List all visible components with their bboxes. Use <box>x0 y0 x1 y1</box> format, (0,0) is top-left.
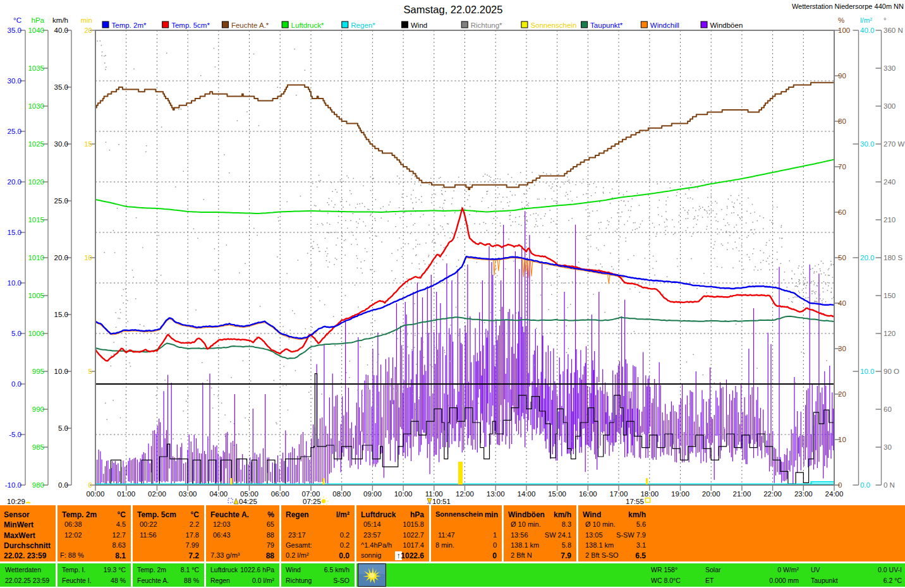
svg-text:10.0: 10.0 <box>54 368 68 375</box>
svg-text:Sonnenschein: Sonnenschein <box>530 21 576 29</box>
svg-text:980: 980 <box>32 481 44 489</box>
svg-text:17:00: 17:00 <box>610 490 628 498</box>
svg-text:70: 70 <box>838 163 846 171</box>
svg-text:11:00: 11:00 <box>425 490 443 498</box>
svg-text:35.0: 35.0 <box>8 27 21 34</box>
svg-text:hPa: hPa <box>32 16 45 24</box>
svg-text:16:00: 16:00 <box>579 490 597 498</box>
svg-text:20: 20 <box>84 27 92 34</box>
svg-text:10:29: 10:29 <box>7 498 25 505</box>
svg-text:10: 10 <box>84 254 92 261</box>
svg-text:35.0: 35.0 <box>54 83 68 91</box>
svg-text:10.0: 10.0 <box>8 279 21 287</box>
svg-text:5.0: 5.0 <box>58 424 68 432</box>
svg-text:210: 210 <box>884 216 896 224</box>
svg-text:Luftdruck*: Luftdruck* <box>291 21 324 29</box>
svg-text:985: 985 <box>32 443 44 451</box>
svg-text:0.0: 0.0 <box>860 481 870 489</box>
svg-text:0 N: 0 N <box>884 481 895 489</box>
svg-text:10:51: 10:51 <box>432 498 451 505</box>
svg-text:Taupunkt*: Taupunkt* <box>590 21 623 29</box>
svg-text:20: 20 <box>838 390 846 398</box>
svg-text:23:00: 23:00 <box>794 490 813 498</box>
svg-text:Wetterstation Niedersorpe 440m: Wetterstation Niedersorpe 440m NN <box>792 3 904 10</box>
svg-text:90 O: 90 O <box>884 368 899 375</box>
svg-text:120: 120 <box>884 330 896 337</box>
svg-text:995: 995 <box>32 368 44 375</box>
svg-text:05:00: 05:00 <box>240 490 258 498</box>
svg-text:°C: °C <box>13 16 21 24</box>
svg-text:1010: 1010 <box>28 254 44 261</box>
svg-text:20.0: 20.0 <box>8 178 21 186</box>
svg-text:30.0: 30.0 <box>8 77 21 85</box>
svg-text:km/h: km/h <box>52 16 68 24</box>
svg-text:25.0: 25.0 <box>54 197 68 205</box>
svg-text:15:00: 15:00 <box>548 490 566 498</box>
svg-text:06:00: 06:00 <box>271 490 289 498</box>
svg-text:40: 40 <box>838 299 846 307</box>
svg-text:15: 15 <box>84 140 92 148</box>
svg-text:20:00: 20:00 <box>702 490 720 498</box>
svg-text:990: 990 <box>32 405 44 413</box>
svg-text:150: 150 <box>884 292 896 299</box>
svg-text:19:00: 19:00 <box>671 490 689 498</box>
svg-text:21:00: 21:00 <box>733 490 751 498</box>
svg-text:1040: 1040 <box>28 27 44 34</box>
svg-text:180 S: 180 S <box>884 254 902 261</box>
svg-text:24:00: 24:00 <box>825 490 844 498</box>
svg-text:330: 330 <box>884 64 896 72</box>
svg-text:1030: 1030 <box>28 102 44 110</box>
svg-text:1025: 1025 <box>28 140 44 148</box>
svg-text:1015: 1015 <box>28 216 44 224</box>
svg-text:30.0: 30.0 <box>54 140 68 148</box>
svg-text:02:00: 02:00 <box>148 490 166 498</box>
svg-text:15.0: 15.0 <box>8 229 21 236</box>
svg-text:360 N: 360 N <box>884 27 903 34</box>
svg-text:08:00: 08:00 <box>332 490 351 498</box>
svg-text:04:25: 04:25 <box>239 498 257 505</box>
svg-text:Temp. 2m*: Temp. 2m* <box>112 21 147 29</box>
svg-text:Samstag, 22.02.2025: Samstag, 22.02.2025 <box>404 4 503 15</box>
svg-text:0.0: 0.0 <box>11 380 21 388</box>
svg-text:17:55: 17:55 <box>626 498 644 505</box>
svg-text:10:00: 10:00 <box>394 490 413 498</box>
svg-text:-5.0: -5.0 <box>9 431 21 438</box>
svg-text:Temp. 5cm*: Temp. 5cm* <box>171 21 210 29</box>
svg-text:0: 0 <box>838 481 842 489</box>
svg-text:Feuchte A.*: Feuchte A.* <box>231 21 269 29</box>
svg-text:%: % <box>838 16 844 24</box>
svg-text:20.0: 20.0 <box>860 254 874 261</box>
svg-text:Regen*: Regen* <box>351 21 375 29</box>
svg-text:240: 240 <box>884 178 896 186</box>
svg-text:07:25: 07:25 <box>303 498 321 505</box>
svg-text:30.0: 30.0 <box>860 140 874 148</box>
svg-text:04:00: 04:00 <box>209 490 228 498</box>
svg-text:10: 10 <box>838 436 846 443</box>
svg-text:20.0: 20.0 <box>54 254 68 261</box>
svg-text:0.0: 0.0 <box>58 481 68 489</box>
svg-text:300: 300 <box>884 102 896 110</box>
svg-text:22:00: 22:00 <box>763 490 782 498</box>
svg-text:40.0: 40.0 <box>54 27 68 34</box>
svg-text:0: 0 <box>88 481 92 489</box>
svg-text:Richtung*: Richtung* <box>471 21 502 29</box>
svg-text:270 W: 270 W <box>884 140 904 148</box>
svg-text:14:00: 14:00 <box>518 490 536 498</box>
svg-text:1000: 1000 <box>28 330 44 337</box>
svg-text:Windböen: Windböen <box>710 21 743 29</box>
svg-text:1005: 1005 <box>28 292 44 299</box>
svg-text:40.0: 40.0 <box>860 27 874 34</box>
svg-text:Windchill: Windchill <box>650 21 679 29</box>
svg-text:12:00: 12:00 <box>456 490 474 498</box>
svg-text:°: ° <box>884 16 887 24</box>
svg-text:100: 100 <box>838 27 850 34</box>
svg-text:00:00: 00:00 <box>87 490 105 498</box>
svg-text:30: 30 <box>884 443 892 451</box>
svg-text:60: 60 <box>838 208 846 216</box>
svg-text:18:00: 18:00 <box>640 490 659 498</box>
svg-text:5: 5 <box>88 368 92 375</box>
svg-text:90: 90 <box>838 72 846 80</box>
svg-text:03:00: 03:00 <box>179 490 197 498</box>
svg-text:min: min <box>80 16 92 24</box>
svg-text:-10.0: -10.0 <box>5 481 21 489</box>
